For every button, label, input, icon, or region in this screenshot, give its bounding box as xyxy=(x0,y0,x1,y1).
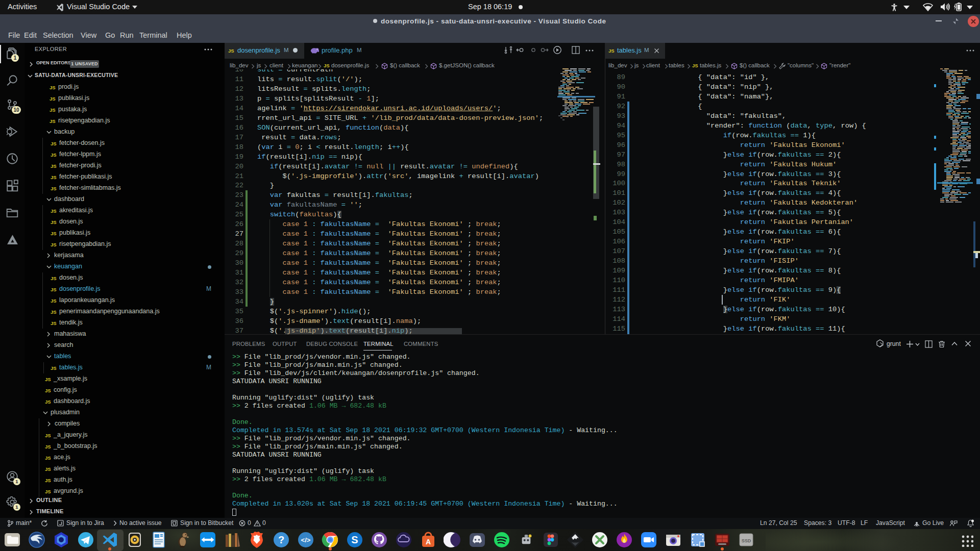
svg-text:</>: </> xyxy=(301,536,311,544)
svg-text:S: S xyxy=(351,534,358,545)
svg-text:A: A xyxy=(426,538,431,546)
svg-text:SSD: SSD xyxy=(742,538,751,543)
svg-text:?: ? xyxy=(278,534,284,545)
